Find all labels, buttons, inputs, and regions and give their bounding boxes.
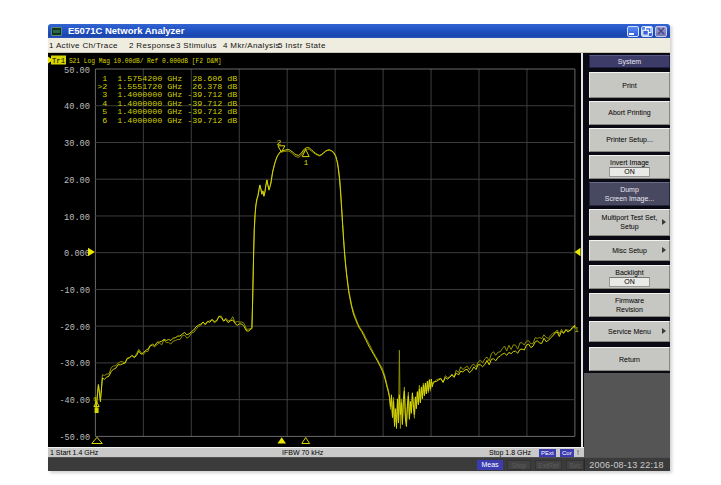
- svg-text:6: 6: [93, 396, 97, 403]
- svg-text:-10.00: -10.00: [60, 286, 91, 296]
- svg-text:1: 1: [303, 158, 308, 167]
- svg-text:0.000: 0.000: [64, 249, 90, 259]
- svg-text:10.00: 10.00: [64, 213, 90, 223]
- svg-text:50.00: 50.00: [64, 66, 90, 76]
- svg-text:-40.00: -40.00: [60, 396, 91, 406]
- svg-text:40.00: 40.00: [64, 102, 90, 112]
- svg-text:-30.00: -30.00: [60, 359, 91, 369]
- svg-text:S21 Log Mag 10.00dB/ Ref 0.000: S21 Log Mag 10.00dB/ Ref 0.000dB [F2 D&M…: [69, 57, 222, 65]
- svg-text:-20.00: -20.00: [60, 323, 91, 333]
- svg-text:1: 1: [575, 326, 579, 334]
- svg-text:6 1.4000000 GHz -39.712 dB: 6 1.4000000 GHz -39.712 dB: [97, 116, 237, 125]
- svg-text:30.00: 30.00: [64, 139, 90, 149]
- svg-text:Tr1: Tr1: [52, 57, 65, 65]
- svg-text:2: 2: [277, 138, 282, 147]
- svg-text:20.00: 20.00: [64, 176, 90, 186]
- svg-text:-50.00: -50.00: [60, 433, 91, 443]
